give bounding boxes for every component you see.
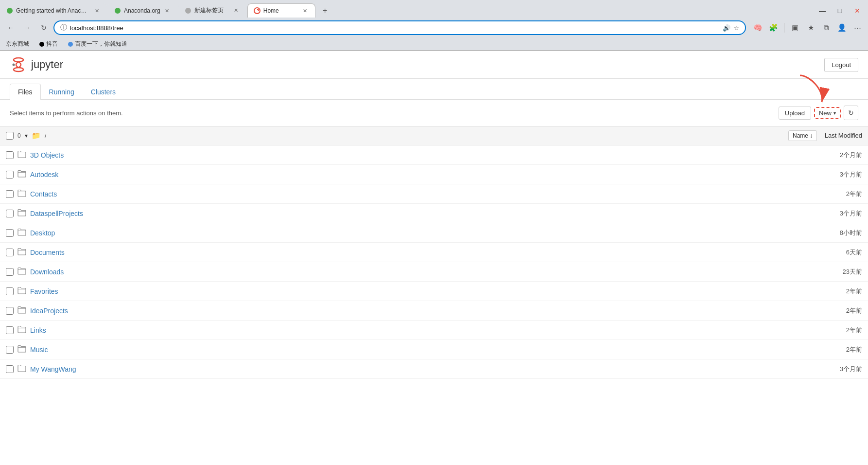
folder-icon-11 xyxy=(17,364,26,374)
tab-4[interactable]: Home ✕ xyxy=(247,3,315,18)
address-bar[interactable]: ⓘ localhost:8888/tree 🔊 ☆ xyxy=(53,20,746,35)
file-header-left: 0 ▾ 📁 / xyxy=(6,131,515,140)
file-link-10[interactable]: Music xyxy=(30,346,48,354)
file-row-left-8: IdeaProjects xyxy=(6,306,515,315)
file-checkbox-8[interactable] xyxy=(6,307,14,315)
folder-icon-4 xyxy=(17,228,26,237)
bookmark-baidu[interactable]: 百度一下，你就知道 xyxy=(66,39,129,49)
tab-close-2[interactable]: ✕ xyxy=(163,7,171,15)
new-tab-button[interactable]: + xyxy=(318,4,332,18)
file-checkbox-2[interactable] xyxy=(6,190,14,198)
file-row-left-9: Links xyxy=(6,325,515,335)
file-row-left-10: Music xyxy=(6,345,515,354)
svg-point-4 xyxy=(39,42,44,47)
tab-1[interactable]: Getting started with Anaconda D ✕ xyxy=(0,3,107,18)
table-row: Favorites 2年前 xyxy=(0,282,868,301)
file-link-1[interactable]: Autodesk xyxy=(30,171,58,179)
tab-3[interactable]: 新建标签页 ✕ xyxy=(178,3,246,18)
file-checkbox-7[interactable] xyxy=(6,287,14,295)
tab-title-3: 新建标签页 xyxy=(194,6,229,15)
bookmark-tiktok[interactable]: 抖音 xyxy=(37,39,60,49)
folder-icon-3 xyxy=(17,209,26,218)
url-input[interactable]: localhost:8888/tree xyxy=(70,24,720,32)
file-row-left-2: Contacts xyxy=(6,189,515,198)
tab-close-1[interactable]: ✕ xyxy=(93,7,101,15)
table-row: Documents 6天前 xyxy=(0,243,868,262)
refresh-button[interactable]: ↻ xyxy=(37,21,51,35)
new-button[interactable]: New ▾ xyxy=(814,107,841,119)
svg-point-8 xyxy=(13,64,15,66)
bookmark-jingdong[interactable]: 京东商城 xyxy=(4,39,31,49)
tab-running[interactable]: Running xyxy=(41,84,83,100)
extensions-icon[interactable]: 🧩 xyxy=(766,21,780,35)
file-checkbox-5[interactable] xyxy=(6,249,14,256)
file-link-2[interactable]: Contacts xyxy=(30,190,57,198)
favorites-icon[interactable]: ★ xyxy=(804,21,817,35)
logout-button[interactable]: Logout xyxy=(824,58,858,72)
file-row-left-0: 3D Objects xyxy=(6,150,515,160)
tab-title-4: Home xyxy=(263,7,298,14)
folder-icon-6 xyxy=(17,267,26,276)
table-row: 3D Objects 2个月前 xyxy=(0,145,868,165)
minimize-button[interactable]: — xyxy=(816,4,829,18)
file-link-11[interactable]: My WangWang xyxy=(30,365,76,373)
file-checkbox-10[interactable] xyxy=(6,346,14,354)
tab-close-4[interactable]: ✕ xyxy=(301,7,309,15)
file-checkbox-1[interactable] xyxy=(6,171,14,179)
folder-icon-8 xyxy=(17,306,26,315)
select-all-checkbox[interactable] xyxy=(6,132,14,140)
browser-toolbar: 🧠 🧩 ▣ ★ ⧉ 👤 ⋯ xyxy=(751,21,864,35)
file-checkbox-11[interactable] xyxy=(6,365,14,373)
file-link-6[interactable]: Downloads xyxy=(30,268,64,276)
tab-clusters[interactable]: Clusters xyxy=(83,84,124,100)
file-checkbox-3[interactable] xyxy=(6,210,14,217)
tab-2[interactable]: Anaconda.org ✕ xyxy=(108,3,177,18)
folder-icon-2 xyxy=(17,189,26,198)
file-checkbox-6[interactable] xyxy=(6,268,14,276)
file-link-8[interactable]: IdeaProjects xyxy=(30,307,68,315)
tab-close-3[interactable]: ✕ xyxy=(232,7,240,15)
refresh-files-button[interactable]: ↻ xyxy=(844,106,858,120)
jupyter-header: jupyter Logout xyxy=(0,51,868,79)
file-checkbox-9[interactable] xyxy=(6,326,14,334)
file-link-5[interactable]: Documents xyxy=(30,249,65,256)
maximize-button[interactable]: □ xyxy=(833,4,847,18)
file-modified-3: 3个月前 xyxy=(521,204,868,223)
file-modified-1: 3个月前 xyxy=(521,165,868,184)
read-aloud-icon[interactable]: 🔊 xyxy=(723,24,730,32)
table-row: Music 2年前 xyxy=(0,340,868,359)
file-header-right: Name ↓ Last Modified xyxy=(521,126,868,145)
sidebar-icon[interactable]: ▣ xyxy=(788,21,802,35)
close-window-button[interactable]: ✕ xyxy=(851,4,864,18)
profile-icon[interactable]: 👤 xyxy=(835,21,849,35)
dropdown-icon[interactable]: ▾ xyxy=(25,132,28,139)
jupyter-logo-icon xyxy=(10,56,27,73)
table-row: Downloads 23天前 xyxy=(0,262,868,282)
file-checkbox-0[interactable] xyxy=(6,151,14,159)
bookmark-icon[interactable]: ☆ xyxy=(733,24,739,32)
sort-by-name-button[interactable]: Name ↓ xyxy=(788,130,817,141)
brain-icon[interactable]: 🧠 xyxy=(751,21,764,35)
file-modified-6: 23天前 xyxy=(521,262,868,282)
jupyter-logo: jupyter xyxy=(10,56,63,73)
file-modified-9: 2年前 xyxy=(521,321,868,340)
path-separator: / xyxy=(45,132,47,140)
file-link-4[interactable]: Desktop xyxy=(30,229,55,237)
upload-button[interactable]: Upload xyxy=(779,107,811,120)
file-checkbox-4[interactable] xyxy=(6,229,14,237)
file-link-9[interactable]: Links xyxy=(30,326,46,334)
tab-title-2: Anaconda.org xyxy=(124,7,160,14)
file-link-3[interactable]: DataspellProjects xyxy=(30,210,83,217)
file-link-7[interactable]: Favorites xyxy=(30,287,58,295)
back-button[interactable]: ← xyxy=(4,21,17,35)
select-items-text: Select items to perform actions on them. xyxy=(10,109,123,117)
file-link-0[interactable]: 3D Objects xyxy=(30,151,64,159)
tab-files[interactable]: Files xyxy=(10,84,41,100)
file-list: 3D Objects 2个月前 Autodesk 3个月前 xyxy=(0,145,868,379)
table-row: Desktop 8小时前 xyxy=(0,223,868,243)
collections-icon[interactable]: ⧉ xyxy=(819,21,833,35)
menu-icon[interactable]: ⋯ xyxy=(851,21,864,35)
folder-icon-7 xyxy=(17,286,26,296)
forward-button[interactable]: → xyxy=(20,21,34,35)
jupyter-logo-text: jupyter xyxy=(31,58,63,71)
